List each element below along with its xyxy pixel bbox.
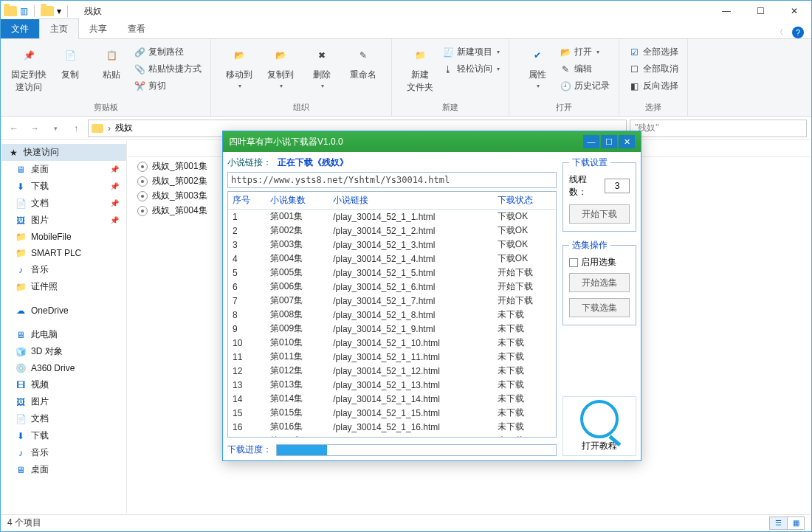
sidebar-item[interactable]: 🖥桌面	[1, 461, 126, 478]
qat-save-icon[interactable]: ▥	[20, 6, 28, 16]
novel-url-input[interactable]	[227, 172, 557, 188]
sidebar-onedrive[interactable]: ☁OneDrive	[1, 303, 126, 319]
table-row[interactable]: 1第001集/play_30014_52_1_1.html下载OK	[228, 210, 556, 224]
view-icons-button[interactable]: ▦	[787, 517, 805, 530]
file-item[interactable]: 残奴_第004集	[137, 204, 207, 217]
sidebar-item[interactable]: 🖥桌面📌	[1, 161, 126, 178]
sidebar-item[interactable]: 📄文档	[1, 410, 126, 427]
sidebar-item[interactable]: 💿A360 Drive	[1, 360, 126, 376]
downloader-minimize-button[interactable]: —	[583, 135, 599, 148]
ribbon-tabs: 文件 主页 共享 查看 〈 ?	[1, 21, 811, 39]
sidebar-item[interactable]: ⬇下载	[1, 427, 126, 444]
cut-button[interactable]: ✂️剪切	[132, 79, 203, 93]
tab-view[interactable]: 查看	[117, 19, 156, 38]
table-row[interactable]: 16第016集/play_30014_52_1_16.html未下载	[228, 420, 556, 434]
table-row[interactable]: 12第012集/play_30014_52_1_12.html未下载	[228, 364, 556, 378]
sidebar-item[interactable]: 📁SMART PLC	[1, 245, 126, 261]
paste-shortcut-button[interactable]: 📎粘贴快捷方式	[132, 62, 203, 76]
col-index[interactable]: 序号	[228, 192, 266, 210]
copy-to-button[interactable]: 📂复制到▾	[260, 42, 301, 89]
pin-quick-access-button[interactable]: 📌固定到快 速访问	[8, 42, 49, 94]
properties-button[interactable]: ✔属性▾	[517, 42, 558, 89]
qat-dropdown-icon[interactable]: ▾	[57, 6, 61, 16]
move-to-button[interactable]: 📂移动到▾	[219, 42, 260, 89]
sidebar-item[interactable]: 📁MobileFile	[1, 229, 126, 245]
table-row[interactable]: 14第014集/play_30014_52_1_14.html未下载	[228, 392, 556, 406]
tab-file[interactable]: 文件	[1, 19, 39, 38]
window-title: 残奴	[84, 5, 102, 18]
new-item-button[interactable]: 🧾新建项目▾	[441, 45, 501, 59]
new-folder-button[interactable]: 📁新建 文件夹	[399, 42, 441, 94]
sidebar-item[interactable]: 📁证件照	[1, 278, 126, 295]
up-button[interactable]: ↑	[67, 120, 85, 137]
group-select-label: 选择	[627, 102, 680, 114]
table-row[interactable]: 17第017集/play_30014_52_1_17.html未下载	[228, 434, 556, 438]
open-button[interactable]: 📂打开▾	[558, 45, 611, 59]
sidebar-quick-access[interactable]: ★快速访问	[1, 144, 126, 161]
audio-file-icon	[137, 191, 148, 201]
col-link[interactable]: 小说链接	[328, 192, 493, 210]
maximize-button[interactable]: ☐	[743, 1, 777, 21]
downloader-close-button[interactable]: ✕	[619, 135, 635, 148]
minimize-button[interactable]: —	[709, 1, 743, 21]
rename-button[interactable]: ✎重命名	[343, 42, 384, 81]
easy-access-button[interactable]: ⭳轻松访问▾	[441, 62, 501, 76]
table-row[interactable]: 4第004集/play_30014_52_1_4.html下载OK	[228, 252, 556, 266]
table-row[interactable]: 5第005集/play_30014_52_1_5.html开始下载	[228, 266, 556, 280]
file-list: 残奴_第001集残奴_第002集残奴_第003集残奴_第004集	[137, 160, 207, 217]
table-row[interactable]: 9第009集/play_30014_52_1_9.html未下载	[228, 322, 556, 336]
copy-path-button[interactable]: 🔗复制路径	[132, 45, 203, 59]
download-table[interactable]: 序号 小说集数 小说链接 下载状态 1第001集/play_30014_52_1…	[227, 191, 557, 438]
sidebar-item[interactable]: ♪音乐	[1, 444, 126, 461]
paste-button[interactable]: 📋粘贴	[91, 42, 132, 81]
sidebar-item[interactable]: 🧊3D 对象	[1, 343, 126, 360]
table-row[interactable]: 7第007集/play_30014_52_1_7.html开始下载	[228, 294, 556, 308]
recent-button[interactable]: ▾	[47, 120, 64, 137]
file-item[interactable]: 残奴_第002集	[137, 175, 207, 187]
col-set[interactable]: 小说集数	[266, 192, 328, 210]
delete-button[interactable]: ✖删除▾	[301, 42, 343, 89]
close-button[interactable]: ✕	[777, 1, 811, 21]
history-button[interactable]: 🕘历史记录	[558, 79, 611, 93]
file-item[interactable]: 残奴_第003集	[137, 190, 207, 202]
select-all-button[interactable]: ☑全部选择	[627, 45, 680, 59]
sidebar-item[interactable]: ⬇下载📌	[1, 178, 126, 195]
tab-share[interactable]: 共享	[79, 19, 117, 38]
help-icon[interactable]: ?	[792, 27, 804, 38]
view-details-button[interactable]: ☰	[769, 517, 787, 530]
enable-selection-checkbox[interactable]: 启用选集	[569, 256, 630, 269]
table-row[interactable]: 15第015集/play_30014_52_1_15.html未下载	[228, 406, 556, 420]
tab-home[interactable]: 主页	[39, 18, 79, 39]
sidebar-item[interactable]: 🖼图片	[1, 393, 126, 410]
threads-input[interactable]	[605, 179, 630, 193]
table-row[interactable]: 10第010集/play_30014_52_1_10.html未下载	[228, 336, 556, 350]
search-input[interactable]: "残奴"	[630, 120, 807, 137]
table-row[interactable]: 8第008集/play_30014_52_1_8.html未下载	[228, 308, 556, 322]
table-row[interactable]: 3第003集/play_30014_52_1_3.html下载OK	[228, 238, 556, 252]
sidebar-item[interactable]: ♪音乐	[1, 261, 126, 278]
table-row[interactable]: 11第011集/play_30014_52_1_11.html未下载	[228, 350, 556, 364]
table-row[interactable]: 2第002集/play_30014_52_1_2.html下载OK	[228, 224, 556, 238]
sidebar-item[interactable]: 📄文档📌	[1, 195, 126, 212]
start-download-button[interactable]: 开始下载	[569, 204, 630, 224]
copy-button[interactable]: 📄复制	[49, 42, 91, 81]
select-none-button[interactable]: ☐全部取消	[627, 62, 680, 76]
group-open-label: 打开	[517, 102, 611, 114]
table-row[interactable]: 6第006集/play_30014_52_1_6.html开始下载	[228, 280, 556, 294]
invert-selection-button[interactable]: ◧反向选择	[627, 79, 680, 93]
collapse-ribbon-icon[interactable]: 〈	[776, 27, 783, 38]
open-tutorial-button[interactable]: 打开教程	[562, 396, 636, 456]
downloader-title-bar[interactable]: 四叶草有声小说下载器V1.0.0 — ☐ ✕	[223, 131, 641, 152]
table-row[interactable]: 13第013集/play_30014_52_1_13.html未下载	[228, 378, 556, 392]
file-item[interactable]: 残奴_第001集	[137, 160, 207, 173]
sidebar-item[interactable]: 🎞视频	[1, 376, 126, 393]
forward-button[interactable]: →	[26, 120, 44, 137]
edit-button[interactable]: ✎编辑	[558, 62, 611, 76]
back-button[interactable]: ←	[5, 120, 23, 137]
downloader-maximize-button[interactable]: ☐	[601, 135, 617, 148]
sidebar-item[interactable]: 🖼图片📌	[1, 212, 126, 229]
sidebar-this-pc[interactable]: 🖥此电脑	[1, 326, 126, 343]
start-selection-button[interactable]: 开始选集	[569, 273, 630, 292]
col-state[interactable]: 下载状态	[493, 192, 556, 210]
download-selection-button[interactable]: 下载选集	[569, 298, 630, 317]
